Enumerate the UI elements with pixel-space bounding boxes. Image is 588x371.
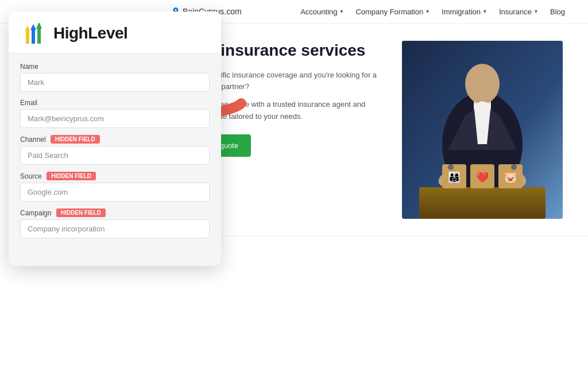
- hero-illustration: 👨‍👩‍👧 ❤️ 🐷: [402, 41, 563, 219]
- svg-point-4: [465, 64, 500, 104]
- nav-company-formation[interactable]: Company Formation ▼: [355, 7, 430, 16]
- nav-blog[interactable]: Blog: [550, 7, 565, 16]
- hidden-field-badge-channel: HIDDEN FIELD: [51, 135, 100, 144]
- name-field-group: Name: [20, 63, 210, 92]
- highlevel-logo-text: HighLevel: [53, 24, 127, 42]
- chevron-down-icon: ▼: [425, 9, 430, 14]
- channel-input[interactable]: [20, 146, 210, 165]
- hidden-field-badge-source: HIDDEN FIELD: [47, 172, 96, 180]
- name-label: Name: [20, 63, 210, 71]
- hidden-field-badge-campaign: HIDDEN FIELD: [56, 208, 106, 217]
- campaign-field-group: Campaign HIDDEN FIELD: [20, 208, 210, 238]
- source-input[interactable]: [20, 183, 210, 202]
- channel-label: Channel HIDDEN FIELD: [20, 135, 210, 144]
- source-field-group: Source HIDDEN FIELD: [20, 172, 210, 202]
- svg-rect-10: [419, 187, 546, 219]
- nav-immigration[interactable]: Immigration ▼: [442, 7, 488, 16]
- campaign-input[interactable]: [20, 219, 210, 238]
- svg-text:❤️: ❤️: [476, 171, 489, 184]
- svg-point-18: [511, 164, 517, 170]
- svg-point-17: [448, 164, 454, 170]
- form-body: Name Email Channel HIDDEN FIELD Source H…: [9, 53, 221, 254]
- highlevel-logo-arrows: [22, 23, 48, 44]
- chevron-down-icon: ▼: [482, 9, 488, 14]
- form-header: HighLevel: [9, 11, 221, 53]
- chevron-down-icon: ▼: [339, 9, 344, 14]
- email-input[interactable]: [20, 109, 210, 128]
- svg-text:👨‍👩‍👧: 👨‍👩‍👧: [448, 171, 461, 184]
- campaign-label: Campaign HIDDEN FIELD: [20, 208, 210, 217]
- svg-marker-24: [30, 24, 36, 30]
- chevron-down-icon: ▼: [533, 9, 539, 14]
- email-label: Email: [20, 99, 210, 107]
- svg-text:🐷: 🐷: [504, 171, 517, 184]
- hero-image: 👨‍👩‍👧 ❤️ 🐷: [402, 41, 563, 219]
- svg-marker-22: [25, 25, 30, 31]
- svg-marker-26: [36, 23, 42, 29]
- logo-arrows-svg: [22, 23, 48, 44]
- email-field-group: Email: [20, 99, 210, 128]
- nav-insurance[interactable]: Insurance ▼: [499, 7, 539, 16]
- highlevel-form-card: HighLevel Name Email Channel HIDDEN FIEL…: [9, 11, 221, 266]
- source-label: Source HIDDEN FIELD: [20, 172, 210, 180]
- nav-accounting[interactable]: Accounting ▼: [300, 7, 344, 16]
- name-input[interactable]: [20, 73, 210, 92]
- channel-field-group: Channel HIDDEN FIELD: [20, 135, 210, 165]
- main-nav: Accounting ▼ Company Formation ▼ Immigra…: [300, 7, 565, 16]
